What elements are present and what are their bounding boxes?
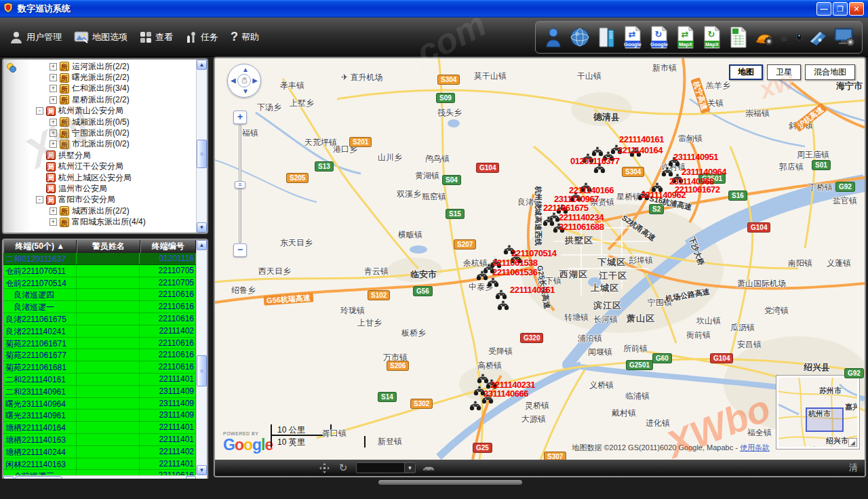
- table-row[interactable]: 二和221114016122111401: [3, 374, 196, 386]
- mapx-refresh-icon[interactable]: ↻MapX: [701, 24, 723, 50]
- patrol-motorcycle-marker[interactable]: [629, 146, 642, 157]
- table-vertical-scrollbar[interactable]: ▲ ▼: [196, 240, 207, 475]
- user-blue-icon[interactable]: [542, 24, 564, 50]
- table-row[interactable]: 塘栖221114016422111401: [3, 422, 196, 434]
- patrol-motorcycle-marker[interactable]: [637, 190, 650, 201]
- patrol-motorcycle-marker[interactable]: [485, 378, 498, 389]
- tree-expander[interactable]: +: [50, 207, 57, 215]
- table-row[interactable]: 二和012011163701201116: [3, 253, 196, 265]
- table-row[interactable]: 仓前221107051422110705: [3, 277, 196, 290]
- patrol-motorcycle-marker[interactable]: [494, 289, 508, 300]
- usb-icon[interactable]: [781, 24, 802, 50]
- patrol-motorcycle-marker[interactable]: [509, 253, 523, 264]
- tree-expander[interactable]: +: [50, 74, 57, 81]
- table-row[interactable]: 仓前巡逻三22110616: [3, 470, 196, 475]
- tree-item[interactable]: +所仁和派出所(3/4): [3, 83, 196, 94]
- tree-expander[interactable]: +: [50, 140, 57, 148]
- menu-tasks[interactable]: 任务: [182, 26, 221, 48]
- patrol-motorcycle-marker[interactable]: [542, 216, 555, 226]
- tree-item[interactable]: +所城厢派出所(0/5): [3, 117, 196, 127]
- dropdown-arrow-icon[interactable]: ▼: [404, 463, 415, 473]
- tree-item[interactable]: -局杭州萧山公安分局: [3, 106, 196, 117]
- table-row[interactable]: 良渚巡逻四22110616: [3, 289, 196, 301]
- tree-expander[interactable]: +: [50, 129, 57, 137]
- patrol-motorcycle-marker[interactable]: [481, 393, 494, 404]
- tree-expander[interactable]: +: [50, 96, 57, 104]
- minimap-viewport-rect[interactable]: [806, 407, 844, 432]
- scroll-up-arrow[interactable]: ▲: [197, 240, 207, 250]
- tree-item[interactable]: +所市北派出所(0/2): [3, 139, 196, 150]
- scroll-down-arrow[interactable]: ▼: [197, 465, 207, 475]
- patrol-motorcycle-marker[interactable]: [569, 191, 583, 202]
- patrol-motorcycle-marker[interactable]: [650, 182, 664, 193]
- tree-item[interactable]: -局富阳市公安分局: [3, 195, 196, 205]
- table-row[interactable]: 塘栖221114016322111401: [3, 434, 196, 446]
- table-row[interactable]: 塘栖221114024422111402: [3, 446, 196, 458]
- mapx-route-icon[interactable]: ⇄MapX: [675, 24, 696, 50]
- pan-hand-icon[interactable]: [237, 74, 251, 87]
- tree-item[interactable]: 局温州市公安局: [3, 183, 196, 194]
- column-header[interactable]: 终端(50个) ▲: [3, 240, 77, 253]
- tree-expander[interactable]: +: [50, 218, 57, 226]
- zoom-slider-handle[interactable]: ≡: [235, 181, 245, 188]
- table-row[interactable]: 曙光231114096123111409: [3, 410, 196, 422]
- table-row[interactable]: 二和231114096123111409: [3, 386, 196, 398]
- zoom-in-button[interactable]: +: [233, 111, 247, 124]
- clear-button[interactable]: 清: [849, 462, 858, 474]
- tree-expander[interactable]: -: [36, 196, 43, 203]
- map-type-active-button[interactable]: 地图: [729, 64, 763, 80]
- tree-item[interactable]: +所宁围派出所(0/2): [3, 127, 196, 138]
- tree-expander[interactable]: -: [36, 107, 43, 115]
- menu-user-management[interactable]: 用户管理: [7, 26, 64, 48]
- pan-mode-icon[interactable]: [318, 462, 330, 473]
- tree-vertical-scrollbar[interactable]: ▲ ▼: [196, 60, 207, 233]
- minimize-button[interactable]: —: [816, 2, 831, 16]
- patrol-motorcycle-marker[interactable]: [671, 173, 684, 184]
- scroll-thumb[interactable]: [197, 140, 207, 168]
- close-button[interactable]: ✕: [849, 2, 864, 16]
- map-type-button[interactable]: 卫星: [767, 64, 801, 80]
- restore-button[interactable]: ❐: [833, 2, 848, 16]
- tree-expander[interactable]: +: [50, 119, 57, 126]
- minimap-collapse-button[interactable]: ◢: [848, 438, 857, 447]
- zoom-out-button[interactable]: −: [233, 243, 247, 257]
- map-canvas[interactable]: ▲ ▼ ◀ ▶ + ≡ − 地图卫星混合地图 POWERED BY Google: [215, 58, 865, 460]
- excel-icon[interactable]: [728, 24, 749, 50]
- tree-expander[interactable]: +: [50, 63, 57, 71]
- splitter-handle[interactable]: [378, 480, 522, 485]
- pan-left-arrow[interactable]: ◀: [231, 77, 236, 84]
- tree-item[interactable]: +所城西派出所(2/2): [3, 205, 196, 216]
- patrol-motorcycle-marker[interactable]: [667, 156, 681, 167]
- menu-help[interactable]: ?帮助: [228, 26, 262, 48]
- globe-icon[interactable]: [569, 24, 591, 50]
- table-row[interactable]: 良渚221114024122111402: [3, 325, 196, 338]
- table-row[interactable]: 菊苑221106167722110616: [3, 349, 196, 361]
- column-header[interactable]: 警员姓名: [77, 240, 140, 253]
- table-row[interactable]: 曙光231114096423111409: [3, 398, 196, 410]
- server-icon[interactable]: [595, 24, 617, 50]
- scroll-up-arrow[interactable]: ▲: [197, 60, 207, 70]
- scroll-down-arrow[interactable]: ▼: [197, 222, 207, 233]
- patrol-motorcycle-marker[interactable]: [469, 400, 482, 411]
- table-row[interactable]: 良渚221106167522110616: [3, 313, 196, 325]
- alarm-gear-icon[interactable]: [754, 24, 776, 50]
- vehicle-icon[interactable]: [422, 462, 435, 473]
- tree-item[interactable]: +所曙光派出所(2/2): [3, 72, 196, 83]
- patrol-motorcycle-marker[interactable]: [610, 144, 623, 155]
- table-row[interactable]: 菊苑221106168122110616: [3, 361, 196, 374]
- map-type-button[interactable]: 混合地图: [805, 64, 855, 80]
- refresh-icon[interactable]: ↻: [337, 462, 349, 473]
- overview-minimap[interactable]: ◢ 苏州市嘉兴杭州市绍兴市金华市: [776, 376, 859, 449]
- table-row[interactable]: 闲林221114016322111401: [3, 458, 196, 471]
- pan-right-arrow[interactable]: ▶: [252, 77, 258, 84]
- tree-item[interactable]: 局杭州上城区公安分局: [3, 172, 196, 183]
- google-refresh-icon[interactable]: ↻Google: [648, 24, 670, 50]
- table-row[interactable]: 良渚巡逻一22110616: [3, 301, 196, 313]
- tree-expander[interactable]: +: [50, 85, 57, 92]
- menu-map-options[interactable]: 地图选项: [71, 27, 130, 47]
- column-header[interactable]: 终端编号: [140, 240, 197, 253]
- terminal-select-dropdown[interactable]: ▼: [356, 462, 416, 473]
- pan-down-arrow[interactable]: ▼: [242, 88, 249, 95]
- reader-icon[interactable]: [807, 24, 829, 50]
- patrol-motorcycle-marker[interactable]: [496, 300, 510, 311]
